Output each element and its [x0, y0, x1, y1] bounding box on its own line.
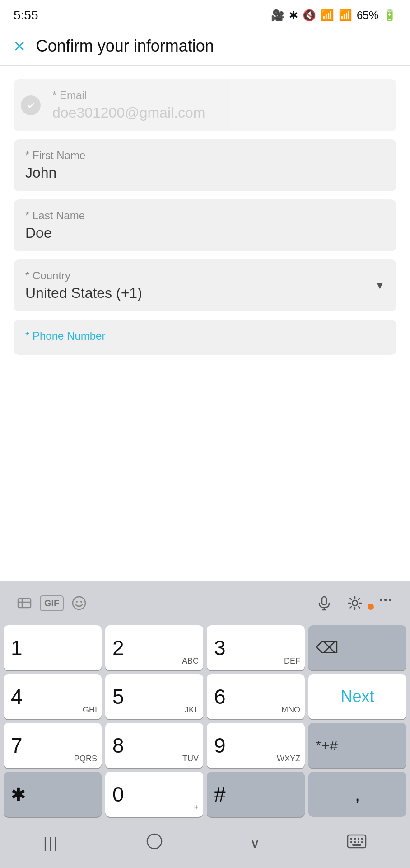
status-bar: 5:55 🎥 ✱ 🔇 📶 📶 65% 🔋 — [0, 0, 410, 27]
bottom-nav: ||| ∨ — [0, 821, 410, 868]
form-area: * Email doe301200@gmail.com * First Name… — [0, 66, 410, 355]
first-name-label: * First Name — [25, 149, 385, 162]
email-value: doe301200@gmail.com — [52, 104, 385, 121]
svg-point-12 — [384, 599, 387, 601]
svg-point-5 — [76, 601, 78, 603]
svg-point-13 — [389, 599, 391, 601]
country-field[interactable]: * Country United States (+1) ▼ — [14, 259, 396, 311]
keyboard-row-4: ✱ 0 + # , — [4, 772, 406, 817]
svg-rect-21 — [354, 841, 356, 843]
dropdown-arrow-icon: ▼ — [375, 280, 385, 292]
wifi-icon: 📶 — [321, 9, 334, 22]
svg-rect-16 — [350, 838, 352, 840]
emoji-button[interactable] — [64, 591, 94, 615]
back-nav-button[interactable]: ||| — [30, 831, 72, 855]
email-field: * Email doe301200@gmail.com — [14, 79, 396, 131]
next-label: Next — [340, 687, 374, 706]
svg-point-4 — [73, 597, 85, 609]
svg-point-6 — [80, 601, 82, 603]
svg-rect-7 — [322, 597, 326, 605]
down-nav-button[interactable]: ∨ — [236, 831, 274, 855]
key-9[interactable]: 9 WXYZ — [207, 723, 305, 768]
first-name-value: John — [25, 165, 385, 181]
backspace-icon: ⌫ — [316, 638, 339, 657]
key-comma[interactable]: , — [308, 772, 406, 817]
key-6[interactable]: 6 MNO — [207, 674, 305, 719]
key-3[interactable]: 3 DEF — [207, 625, 305, 670]
svg-point-10 — [352, 600, 358, 606]
key-8[interactable]: 8 TUV — [105, 723, 203, 768]
mute-icon: 🔇 — [303, 9, 316, 22]
key-1[interactable]: 1 — [4, 625, 102, 670]
country-label: * Country — [25, 269, 385, 282]
country-value: United States (+1) — [25, 285, 385, 302]
svg-rect-24 — [352, 844, 361, 846]
keyboard-nav-button[interactable] — [333, 830, 380, 855]
status-icons: 🎥 ✱ 🔇 📶 📶 65% 🔋 — [271, 9, 396, 22]
header: × Confirm your information — [0, 27, 410, 66]
keyboard-row-1: 1 2 ABC 3 DEF ⌫ — [4, 625, 406, 670]
keyboard-icon — [347, 836, 367, 851]
key-next[interactable]: Next — [308, 674, 406, 719]
settings-button[interactable] — [340, 591, 370, 615]
chevron-down-icon: ∨ — [250, 835, 260, 851]
gif-label: GIF — [44, 598, 59, 609]
notification-dot — [368, 604, 374, 610]
keyboard-overlay: GIF — [0, 581, 410, 868]
key-4[interactable]: 4 GHI — [4, 674, 102, 719]
svg-rect-19 — [361, 838, 363, 840]
keyboard-rows: 1 2 ABC 3 DEF ⌫ 4 GHI 5 JKL — [0, 623, 410, 821]
home-icon — [145, 838, 163, 853]
svg-rect-20 — [350, 841, 352, 843]
key-special-chars[interactable]: *+# — [308, 723, 406, 768]
svg-rect-1 — [18, 599, 31, 608]
gif-button[interactable]: GIF — [40, 595, 64, 611]
keyboard-toolbar: GIF — [0, 581, 410, 623]
svg-rect-22 — [358, 841, 359, 843]
more-options-button[interactable] — [370, 588, 401, 612]
last-name-label: * Last Name — [25, 209, 385, 222]
signal-icon: 📶 — [339, 9, 352, 22]
last-name-field[interactable]: * Last Name Doe — [14, 199, 396, 251]
key-7[interactable]: 7 PQRS — [4, 723, 102, 768]
sticker-button[interactable] — [9, 591, 40, 615]
battery-level: 65% — [357, 9, 378, 22]
home-nav-button[interactable] — [132, 829, 177, 857]
key-hash[interactable]: # — [207, 772, 305, 817]
svg-rect-23 — [361, 841, 363, 843]
email-label: * Email — [52, 89, 385, 102]
last-name-value: Doe — [25, 225, 385, 241]
key-5[interactable]: 5 JKL — [105, 674, 203, 719]
mic-button[interactable] — [309, 591, 340, 615]
key-0[interactable]: 0 + — [105, 772, 203, 817]
phone-label: * Phone Number — [25, 330, 385, 342]
email-check-icon — [21, 95, 41, 115]
key-backspace[interactable]: ⌫ — [308, 625, 406, 670]
battery-icon: 🔋 — [383, 9, 396, 22]
svg-point-0 — [26, 100, 36, 110]
key-asterisk[interactable]: ✱ — [4, 772, 102, 817]
first-name-field[interactable]: * First Name John — [14, 139, 396, 191]
svg-point-11 — [380, 599, 382, 601]
close-button[interactable]: × — [14, 36, 25, 56]
svg-rect-14 — [147, 834, 162, 849]
svg-rect-18 — [358, 838, 359, 840]
status-time: 5:55 — [14, 8, 38, 23]
key-2[interactable]: 2 ABC — [105, 625, 203, 670]
bluetooth-icon: ✱ — [289, 9, 298, 22]
keyboard-row-3: 7 PQRS 8 TUV 9 WXYZ *+# — [4, 723, 406, 768]
keyboard-row-2: 4 GHI 5 JKL 6 MNO Next — [4, 674, 406, 719]
phone-field[interactable]: * Phone Number — [14, 320, 396, 355]
svg-rect-17 — [354, 838, 356, 840]
page-title: Confirm your information — [36, 37, 214, 56]
camera-icon: 🎥 — [271, 9, 284, 22]
back-icon: ||| — [43, 835, 59, 851]
